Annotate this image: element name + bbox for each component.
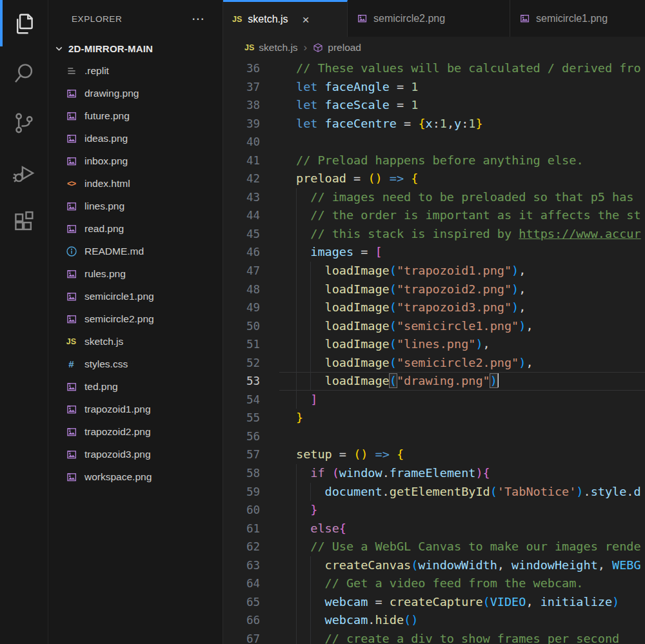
- file-item-semicircle2.png[interactable]: semicircle2.png: [48, 307, 223, 330]
- indent-guide: [310, 593, 324, 612]
- indent-guide: [296, 298, 310, 317]
- file-item-future.png[interactable]: future.png: [48, 104, 223, 127]
- file-item-inbox.png[interactable]: inbox.png: [48, 150, 223, 172]
- code-token: https://www.accur: [519, 227, 640, 240]
- code-token: "drawing.png": [397, 374, 490, 387]
- file-item-trapozoid1.png[interactable]: trapozoid1.png: [48, 398, 223, 420]
- code-line-37[interactable]: 37let faceAngle = 1: [223, 78, 645, 97]
- code-line-43[interactable]: 43// images need to be preloaded so that…: [223, 188, 645, 207]
- code-token: ): [511, 300, 519, 314]
- file-name: semicircle2.png: [84, 313, 154, 325]
- file-item-ideas.png[interactable]: ideas.png: [48, 127, 223, 150]
- code-line-50[interactable]: 50loadImage("semicircle1.png"),: [223, 317, 645, 336]
- code-line-61[interactable]: 61else{: [223, 520, 645, 538]
- code-line-59[interactable]: 59document.getElementById('TabNotice').s…: [223, 483, 645, 502]
- code-token: "semicircle1.png": [397, 319, 519, 333]
- activity-item-run-and-debug[interactable]: [0, 149, 48, 199]
- code-line-54[interactable]: 54]: [223, 391, 645, 409]
- js-icon: JS: [244, 43, 254, 52]
- activity-item-search[interactable]: [0, 50, 48, 99]
- code-line-38[interactable]: 38let faceScale = 1: [223, 96, 645, 115]
- file-item-workspace.png[interactable]: workspace.png: [48, 465, 223, 488]
- code-editor[interactable]: 36// These values will be calculated / d…: [223, 58, 645, 644]
- js-file-icon: JS: [64, 335, 78, 348]
- code-token: else: [310, 522, 339, 535]
- code-token: =: [390, 98, 411, 112]
- file-item-.replit[interactable]: .replit: [48, 59, 223, 82]
- code-line-content: loadImage("trapozoid3.png"),: [279, 298, 645, 317]
- image-file-icon: [64, 267, 78, 280]
- tab-sketch.js[interactable]: JSsketch.js×: [223, 0, 348, 37]
- file-item-ted.png[interactable]: ted.png: [48, 375, 223, 398]
- code-line-58[interactable]: 58if (window.frameElement){: [223, 464, 645, 483]
- code-line-57[interactable]: 57setup = () => {: [223, 445, 645, 464]
- code-token: setup: [296, 447, 332, 461]
- file-item-read.png[interactable]: read.png: [48, 217, 223, 240]
- file-item-semicircle1.png[interactable]: semicircle1.png: [48, 285, 223, 307]
- code-line-51[interactable]: 51loadImage("lines.png"),: [223, 335, 645, 354]
- indent-guide: [296, 520, 310, 538]
- code-line-36[interactable]: 36// These values will be calculated / d…: [223, 59, 645, 78]
- code-line-41[interactable]: 41// Preload happens before anything els…: [223, 151, 645, 170]
- code-line-55[interactable]: 55}: [223, 409, 645, 427]
- file-item-index.html[interactable]: <>index.html: [48, 172, 223, 195]
- indent-guide: [296, 335, 310, 354]
- code-line-66[interactable]: 66webcam.hide(): [223, 611, 645, 630]
- code-token: (: [390, 319, 397, 333]
- code-line-46[interactable]: 46images = [: [223, 243, 645, 262]
- code-line-52[interactable]: 52loadImage("semicircle2.png"),: [223, 354, 645, 373]
- code-line-44[interactable]: 44// the order is important as it affect…: [223, 206, 645, 225]
- code-token: (: [390, 300, 397, 314]
- more-actions-icon[interactable]: ⋯: [192, 12, 204, 25]
- close-icon[interactable]: ×: [303, 14, 310, 26]
- line-number: 41: [223, 151, 260, 170]
- file-item-styles.css[interactable]: #styles.css: [48, 353, 223, 375]
- breadcrumb-item-sketch.js[interactable]: JSsketch.js: [244, 42, 298, 54]
- code-line-56[interactable]: 56: [223, 427, 645, 446]
- code-token: "trapozoid3.png": [397, 300, 511, 314]
- code-line-63[interactable]: 63createCanvas(windowWidth, windowHeight…: [223, 556, 645, 575]
- code-line-49[interactable]: 49loadImage("trapozoid3.png"),: [223, 298, 645, 317]
- file-item-lines.png[interactable]: lines.png: [48, 195, 223, 217]
- code-line-45[interactable]: 45// this stack is inspired by https://w…: [223, 225, 645, 244]
- file-item-trapozoid2.png[interactable]: trapozoid2.png: [48, 420, 223, 443]
- code-line-64[interactable]: 64// Get a video feed from the webcam.: [223, 574, 645, 593]
- code-line-47[interactable]: 47loadImage("trapozoid1.png"),: [223, 262, 645, 280]
- code-line-67[interactable]: 67// create a div to show frames per sec…: [223, 630, 645, 644]
- indent-guide: [310, 574, 324, 593]
- code-line-content: // Preload happens before anything else.: [279, 151, 645, 170]
- indent-guide: [296, 354, 310, 373]
- code-line-42[interactable]: 42preload = () => {: [223, 170, 645, 188]
- file-item-sketch.js[interactable]: JSsketch.js: [48, 330, 223, 353]
- code-line-60[interactable]: 60}: [223, 501, 645, 520]
- folder-root-row[interactable]: 2D-MIRROR-MAIN: [48, 37, 223, 59]
- code-line-62[interactable]: 62// Use a WebGL Canvas to make our imag…: [223, 538, 645, 556]
- breadcrumb-item-preload[interactable]: preload: [313, 42, 361, 54]
- code-token: preload: [296, 171, 346, 185]
- code-token: // this stack is inspired by: [310, 227, 519, 240]
- code-line-40[interactable]: 40: [223, 133, 645, 151]
- code-line-65[interactable]: 65webcam = createCapture(VIDEO, initiali…: [223, 593, 645, 612]
- image-file-icon: [64, 312, 78, 326]
- file-item-rules.png[interactable]: rules.png: [48, 262, 223, 285]
- code-line-content: // this stack is inspired by https://www…: [279, 225, 645, 244]
- activity-item-explorer[interactable]: [0, 0, 48, 50]
- tab-semicircle1.png[interactable]: semicircle1.png: [510, 0, 645, 37]
- tab-semicircle2.png[interactable]: semicircle2.png: [348, 0, 510, 37]
- code-line-content: let faceAngle = 1: [279, 78, 645, 97]
- code-token: 1: [468, 117, 475, 130]
- code-line-39[interactable]: 39let faceCentre = {x:1,y:1}: [223, 115, 645, 133]
- sidebar-header: EXPLORER ⋯: [48, 0, 223, 37]
- js-file-icon: JS: [232, 15, 242, 24]
- code-token: window: [339, 466, 382, 480]
- activity-item-extensions[interactable]: [0, 199, 48, 248]
- indent-guide: [296, 556, 310, 575]
- code-line-53[interactable]: 53loadImage("drawing.png"): [223, 372, 645, 391]
- code-token: .: [382, 466, 390, 480]
- code-token: =: [397, 117, 418, 130]
- activity-item-source-control[interactable]: [0, 99, 48, 149]
- file-item-README.md[interactable]: README.md: [48, 240, 223, 262]
- code-line-48[interactable]: 48loadImage("trapozoid2.png"),: [223, 280, 645, 299]
- file-item-trapozoid3.png[interactable]: trapozoid3.png: [48, 443, 223, 465]
- file-item-drawing.png[interactable]: drawing.png: [48, 82, 223, 104]
